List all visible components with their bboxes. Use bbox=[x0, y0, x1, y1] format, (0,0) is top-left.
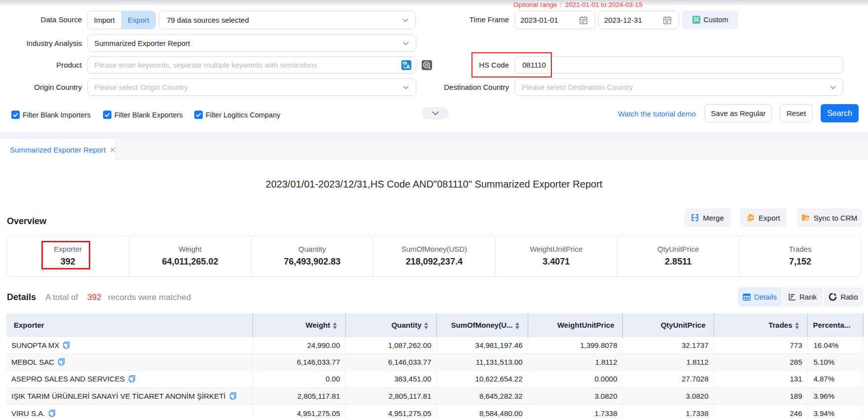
svg-text:A: A bbox=[406, 64, 410, 70]
